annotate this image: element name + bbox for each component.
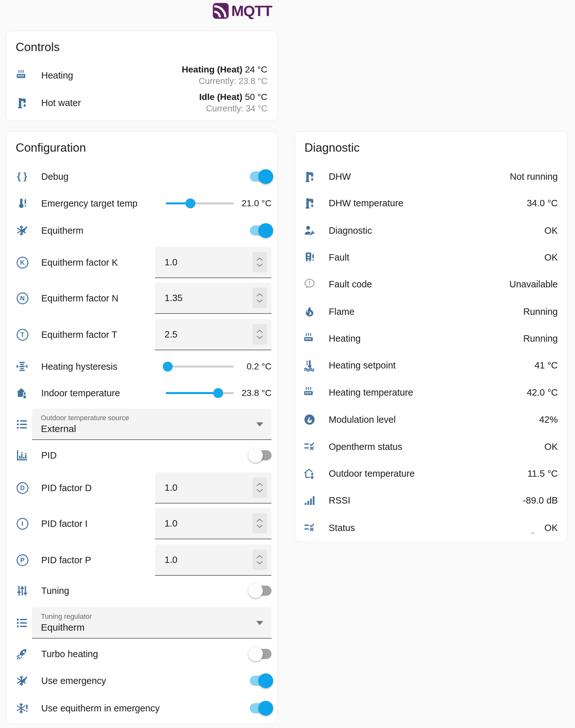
equitherm-toggle[interactable]	[250, 225, 272, 235]
row-value: 34.0 °C	[527, 198, 558, 209]
diagnostic-title: Diagnostic	[304, 141, 360, 154]
row-label: PID factor P	[41, 555, 91, 566]
config-row-equitherm: Equitherm	[15, 217, 272, 244]
number-stepper[interactable]	[252, 252, 267, 272]
emergency-target-temp-slider[interactable]	[166, 203, 234, 204]
fire-icon	[303, 305, 316, 318]
config-row-equitherm-factor-t: T Equitherm factor T 2.5	[15, 317, 272, 353]
hysteresis-icon	[15, 360, 28, 373]
diag-row-dhw-temperature[interactable]: DHW temperature 34.0 °C	[303, 190, 558, 217]
account-wrench-icon	[303, 224, 316, 237]
climate-row-hot-water[interactable]: Hot water Idle (Heat) 50 °C Currently: 3…	[15, 89, 267, 116]
controls-card: Controls Heating Heating (Heat) 24 °C Cu…	[6, 31, 278, 121]
indoor-temperature-slider[interactable]	[166, 392, 234, 394]
tuning-toggle[interactable]	[250, 586, 272, 596]
number-value: 1.35	[165, 293, 182, 303]
code-braces-icon	[15, 170, 28, 183]
row-label: Tuning	[41, 586, 69, 596]
climate-target: 50 °C	[245, 92, 267, 102]
diag-row-rssi[interactable]: RSSI -89.0 dB	[303, 487, 558, 514]
equitherm-factor-n-input[interactable]: 1.35	[155, 283, 272, 314]
alpha-k-circle-icon: K	[15, 256, 28, 269]
controls-title: Controls	[15, 41, 60, 54]
number-stepper[interactable]	[252, 288, 267, 308]
list-bulleted-icon	[15, 617, 28, 629]
diag-row-heating[interactable]: Heating Running	[303, 325, 558, 352]
row-label: Fault	[329, 252, 349, 263]
home-thermometer-outline-icon	[303, 467, 316, 480]
climate-mode: Idle (Heat)	[199, 92, 242, 102]
slider-knob[interactable]	[213, 388, 223, 398]
water-pump-icon	[303, 197, 316, 210]
config-row-equitherm-factor-n: N Equitherm factor N 1.35	[15, 280, 272, 316]
radiator-icon	[303, 386, 316, 399]
config-row-tuning: Tuning	[15, 577, 272, 604]
row-label: PID	[41, 450, 57, 461]
equitherm-factor-t-input[interactable]: 2.5	[155, 319, 272, 350]
use-emergency-toggle[interactable]	[250, 676, 272, 686]
climate-mode: Heating (Heat)	[182, 65, 242, 74]
diag-row-opentherm-status[interactable]: Opentherm status OK	[303, 433, 558, 460]
pid-factor-p-input[interactable]: 1.0	[155, 544, 272, 576]
number-stepper[interactable]	[252, 513, 267, 534]
row-value: Running	[523, 306, 558, 317]
snowflake-thermometer-icon	[15, 224, 28, 237]
heating-hysteresis-slider[interactable]	[166, 366, 234, 367]
diag-row-flame[interactable]: Flame Running	[303, 298, 558, 325]
select-value: Equitherm	[41, 622, 272, 633]
debug-toggle[interactable]	[250, 172, 272, 182]
water-pump-icon	[303, 170, 316, 183]
diag-row-fault[interactable]: Fault OK	[303, 244, 558, 271]
diag-row-modulation-level[interactable]: Modulation level 42%	[303, 406, 558, 433]
number-value: 1.0	[165, 257, 177, 267]
row-label: PID factor I	[41, 518, 88, 529]
outdoor-temperature-source-select[interactable]: Outdoor temperature source External	[32, 409, 272, 440]
list-bulleted-icon	[15, 418, 28, 431]
turbo-heating-toggle[interactable]	[250, 649, 272, 659]
circle-flame-icon	[303, 413, 316, 426]
dropdown-arrow-icon	[256, 423, 263, 427]
tune-vertical-icon	[15, 584, 28, 597]
config-row-heating-hysteresis: Heating hysteresis 0.2 °C	[15, 353, 272, 380]
number-stepper[interactable]	[252, 477, 267, 498]
row-label: Opentherm status	[329, 442, 403, 452]
diag-row-dhw[interactable]: DHW Not running	[303, 163, 558, 190]
slider-knob[interactable]	[185, 198, 195, 209]
pid-factor-d-input[interactable]: 1.0	[155, 472, 272, 504]
config-row-pid: PID	[15, 442, 272, 469]
slider-value: 0.2 °C	[241, 361, 272, 372]
render-artifact	[531, 533, 535, 534]
pid-toggle[interactable]	[250, 450, 272, 461]
slider-value: 21.0 °C	[241, 198, 272, 209]
number-stepper[interactable]	[252, 549, 267, 570]
row-value: OK	[544, 523, 558, 533]
diag-row-heating-temperature[interactable]: Heating temperature 42.0 °C	[303, 379, 558, 406]
number-value: 2.5	[165, 329, 177, 340]
config-row-tuning-regulator: Tuning regulator Equitherm	[15, 605, 272, 641]
equitherm-factor-k-input[interactable]: 1.0	[155, 247, 272, 278]
number-stepper[interactable]	[252, 324, 267, 344]
tuning-regulator-select[interactable]: Tuning regulator Equitherm	[32, 607, 272, 639]
config-row-emergency-target-temp: Emergency target temp 21.0 °C	[15, 190, 272, 217]
row-label: Emergency target temp	[41, 198, 137, 209]
number-value: 1.0	[165, 518, 177, 529]
message-alert-icon	[303, 278, 316, 291]
diag-row-heating-setpoint[interactable]: Heating setpoint 41 °C	[303, 352, 558, 379]
snowflake-thermometer-icon	[15, 675, 28, 687]
diag-row-outdoor-temperature[interactable]: Outdoor temperature 11.5 °C	[303, 460, 558, 487]
diag-row-status[interactable]: Status OK	[303, 514, 558, 541]
row-value: Unavailable	[509, 279, 558, 290]
row-label: Heating setpoint	[329, 360, 396, 371]
row-label: DHW temperature	[329, 198, 403, 209]
row-label: Flame	[329, 306, 354, 317]
slider-knob[interactable]	[163, 362, 173, 372]
climate-row-heating[interactable]: Heating Heating (Heat) 24 °C Currently: …	[15, 62, 267, 89]
row-label: Hot water	[41, 98, 81, 108]
row-value: OK	[544, 252, 558, 263]
row-label: Diagnostic	[329, 225, 372, 236]
diag-row-diagnostic[interactable]: Diagnostic OK	[303, 217, 558, 244]
use-equitherm-in-emergency-toggle[interactable]	[250, 703, 272, 713]
pid-factor-i-input[interactable]: 1.0	[155, 508, 272, 539]
diag-row-fault-code[interactable]: Fault code Unavailable	[303, 271, 558, 298]
row-label: PID factor D	[41, 483, 92, 493]
